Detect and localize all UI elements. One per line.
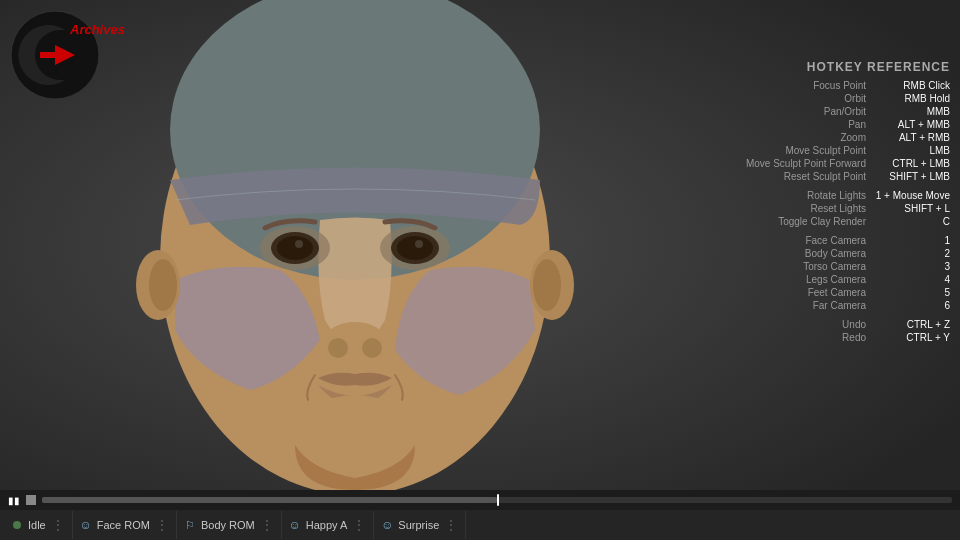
hotkey-row: Reset LightsSHIFT + L bbox=[710, 203, 950, 214]
hotkey-row: Pan/OrbitMMB bbox=[710, 106, 950, 117]
hotkey-label: Focus Point bbox=[813, 80, 866, 91]
hotkey-label: Undo bbox=[842, 319, 866, 330]
hotkey-label: Zoom bbox=[840, 132, 866, 143]
hotkey-row: OrbitRMB Hold bbox=[710, 93, 950, 104]
hotkey-value: 1 + Mouse Move bbox=[870, 190, 950, 201]
main-viewport: Archives HOTKEY REFERENCE Focus PointRMB… bbox=[0, 0, 960, 490]
hotkey-row: Focus PointRMB Click bbox=[710, 80, 950, 91]
channel-item: ⚐Body ROM⋮ bbox=[177, 511, 282, 539]
timeline-track[interactable] bbox=[42, 497, 952, 503]
hotkey-label: Face Camera bbox=[805, 235, 866, 246]
face-icon: ☺ bbox=[288, 518, 302, 532]
svg-point-6 bbox=[362, 338, 382, 358]
hotkey-label: Body Camera bbox=[805, 248, 866, 259]
face-icon: ☺ bbox=[79, 518, 93, 532]
hotkey-row: Move Sculpt Point ForwardCTRL + LMB bbox=[710, 158, 950, 169]
hotkey-value: RMB Hold bbox=[870, 93, 950, 104]
hotkey-title: HOTKEY REFERENCE bbox=[710, 60, 950, 74]
hotkey-label: Redo bbox=[842, 332, 866, 343]
hotkey-label: Pan bbox=[848, 119, 866, 130]
hotkey-value: SHIFT + LMB bbox=[870, 171, 950, 182]
channel-name: Idle bbox=[28, 519, 46, 531]
svg-point-11 bbox=[295, 240, 303, 248]
hotkey-label: Legs Camera bbox=[806, 274, 866, 285]
channel-name: Face ROM bbox=[97, 519, 150, 531]
timeline-bar: ▮▮ bbox=[0, 490, 960, 510]
hotkey-label: Reset Lights bbox=[810, 203, 866, 214]
hotkey-label: Pan/Orbit bbox=[824, 106, 866, 117]
channel-item: ☺Face ROM⋮ bbox=[73, 511, 177, 539]
hotkey-panel: HOTKEY REFERENCE Focus PointRMB ClickOrb… bbox=[710, 60, 950, 345]
channel-name: Surprise bbox=[398, 519, 439, 531]
hotkey-row: PanALT + MMB bbox=[710, 119, 950, 130]
hotkey-row: Move Sculpt PointLMB bbox=[710, 145, 950, 156]
hotkey-value: C bbox=[870, 216, 950, 227]
hotkey-value: SHIFT + L bbox=[870, 203, 950, 214]
hotkey-value: ALT + MMB bbox=[870, 119, 950, 130]
logo: Archives bbox=[10, 10, 110, 110]
hotkey-value: ALT + RMB bbox=[870, 132, 950, 143]
hotkey-label: Feet Camera bbox=[808, 287, 866, 298]
hotkey-label: Move Sculpt Point Forward bbox=[746, 158, 866, 169]
channel-menu-dots[interactable]: ⋮ bbox=[154, 518, 170, 532]
channel-name: Body ROM bbox=[201, 519, 255, 531]
body-icon: ⚐ bbox=[183, 518, 197, 532]
channel-bar: Idle⋮☺Face ROM⋮⚐Body ROM⋮☺Happy A⋮☺Surpr… bbox=[0, 510, 960, 540]
channel-item: ☺Surprise⋮ bbox=[374, 511, 466, 539]
hotkey-row: Far Camera6 bbox=[710, 300, 950, 311]
hotkey-value: 5 bbox=[870, 287, 950, 298]
svg-point-19 bbox=[533, 259, 561, 311]
hotkey-label: Far Camera bbox=[813, 300, 866, 311]
hotkey-value: 3 bbox=[870, 261, 950, 272]
hotkey-value: MMB bbox=[870, 106, 950, 117]
svg-point-14 bbox=[397, 236, 433, 260]
logo-text: Archives bbox=[70, 22, 125, 37]
hotkey-value: LMB bbox=[870, 145, 950, 156]
channel-menu-dots[interactable]: ⋮ bbox=[50, 518, 66, 532]
svg-point-7 bbox=[300, 395, 410, 465]
play-button[interactable]: ▮▮ bbox=[8, 495, 20, 506]
hotkey-value: 4 bbox=[870, 274, 950, 285]
hotkey-row: Reset Sculpt PointSHIFT + LMB bbox=[710, 171, 950, 182]
hotkey-value: CTRL + Z bbox=[870, 319, 950, 330]
hotkey-value: 6 bbox=[870, 300, 950, 311]
hotkey-row: Legs Camera4 bbox=[710, 274, 950, 285]
timeline-progress bbox=[42, 497, 497, 503]
channel-name: Happy A bbox=[306, 519, 348, 531]
svg-point-17 bbox=[149, 259, 177, 311]
hotkey-label: Reset Sculpt Point bbox=[784, 171, 866, 182]
hotkey-row: Feet Camera5 bbox=[710, 287, 950, 298]
hotkey-row: Torso Camera3 bbox=[710, 261, 950, 272]
hotkey-label: Toggle Clay Render bbox=[778, 216, 866, 227]
hotkey-row: Body Camera2 bbox=[710, 248, 950, 259]
svg-point-15 bbox=[415, 240, 423, 248]
stop-button[interactable] bbox=[26, 495, 36, 505]
svg-point-10 bbox=[277, 236, 313, 260]
channel-items: Idle⋮☺Face ROM⋮⚐Body ROM⋮☺Happy A⋮☺Surpr… bbox=[4, 511, 956, 539]
channel-menu-dots[interactable]: ⋮ bbox=[259, 518, 275, 532]
hotkey-row: UndoCTRL + Z bbox=[710, 319, 950, 330]
hotkey-value: 1 bbox=[870, 235, 950, 246]
hotkey-value: RMB Click bbox=[870, 80, 950, 91]
hotkey-label: Move Sculpt Point bbox=[785, 145, 866, 156]
channel-menu-dots[interactable]: ⋮ bbox=[443, 518, 459, 532]
hotkey-row: Face Camera1 bbox=[710, 235, 950, 246]
svg-point-5 bbox=[328, 338, 348, 358]
channel-item: Idle⋮ bbox=[4, 511, 73, 539]
hotkey-value: CTRL + Y bbox=[870, 332, 950, 343]
hotkey-row: Toggle Clay RenderC bbox=[710, 216, 950, 227]
bottom-toolbar: ▮▮ Idle⋮☺Face ROM⋮⚐Body ROM⋮☺Happy A⋮☺Su… bbox=[0, 490, 960, 540]
hotkey-rows: Focus PointRMB ClickOrbitRMB HoldPan/Orb… bbox=[710, 80, 950, 343]
hotkey-label: Orbit bbox=[844, 93, 866, 104]
hotkey-value: CTRL + LMB bbox=[870, 158, 950, 169]
face-icon: ☺ bbox=[380, 518, 394, 532]
hotkey-row: Rotate Lights1 + Mouse Move bbox=[710, 190, 950, 201]
timeline-cursor bbox=[497, 494, 499, 506]
status-icon bbox=[10, 518, 24, 532]
hotkey-label: Rotate Lights bbox=[807, 190, 866, 201]
channel-item: ☺Happy A⋮ bbox=[282, 511, 375, 539]
hotkey-row: RedoCTRL + Y bbox=[710, 332, 950, 343]
hotkey-row: ZoomALT + RMB bbox=[710, 132, 950, 143]
hotkey-value: 2 bbox=[870, 248, 950, 259]
channel-menu-dots[interactable]: ⋮ bbox=[351, 518, 367, 532]
